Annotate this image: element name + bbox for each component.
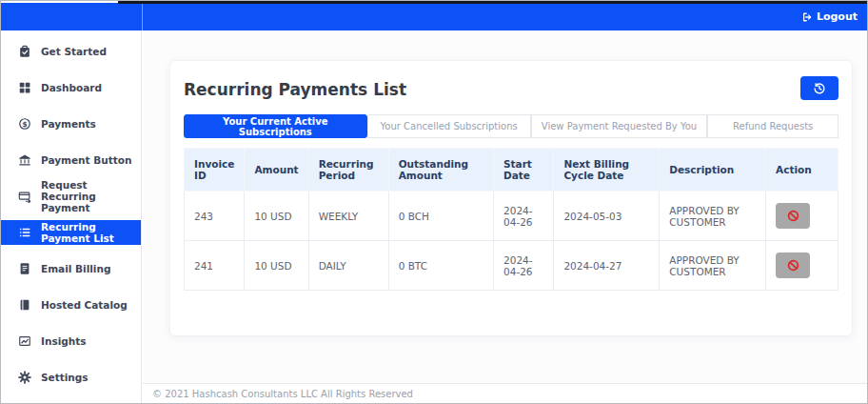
tab-payment-requested-by-you[interactable]: View Payment Requested By You [531,114,708,138]
document-icon [18,262,31,275]
sidebar-item-label: Payments [41,118,96,130]
cell-description: APPROVED BY CUSTOMER [660,192,766,241]
col-start-date: Start Date [494,149,554,192]
main-content: Recurring Payments List Your Current Act… [143,30,867,403]
topbar-divider [142,3,143,30]
tab-refund-requests[interactable]: Refund Requests [707,114,838,138]
topbar: Logout [1,3,867,30]
table-row: 241 10 USD DAILY 0 BTC 2024-04-26 2024-0… [185,241,838,291]
cell-next-billing-cycle-date: 2024-04-27 [554,241,660,291]
grid-icon [18,81,31,94]
cancel-subscription-button[interactable] [776,252,810,278]
sidebar-item-label: Email Billing [41,263,110,274]
sidebar-item-dashboard[interactable]: Dashboard [1,70,141,106]
col-description: Description [660,149,766,192]
col-action: Action [766,149,838,192]
logout-icon [801,11,813,23]
sidebar-item-get-started[interactable]: Get Started [1,33,141,70]
sidebar-item-recurring-payment-list[interactable]: Recurring Payment List [1,220,141,245]
col-outstanding-amount: Outstanding Amount [388,149,493,192]
sidebar-item-request-recurring-payment[interactable]: Request Recurring Payment [1,178,141,214]
dollar-circle-icon: $ [18,117,31,131]
subscription-tabs: Your Current Active Subscriptions Your C… [184,114,838,138]
cell-next-billing-cycle-date: 2024-05-03 [554,192,660,241]
book-icon [18,298,31,312]
sidebar-item-payment-button[interactable]: Payment Button [1,142,141,178]
card-arrow-icon [18,190,31,203]
sidebar: Get Started Dashboard $ Payments Payment… [1,30,142,403]
subscriptions-table: Invoice ID Amount Recurring Period Outst… [184,148,838,291]
cell-action [766,192,838,241]
logout-button[interactable]: Logout [801,10,858,23]
sidebar-item-label: Dashboard [41,82,102,93]
clipboard-check-icon [18,45,31,58]
block-icon [786,209,800,223]
cell-invoice-id: 241 [185,241,245,291]
col-invoice-id: Invoice ID [185,149,245,192]
sidebar-item-label: Payment Button [41,154,131,166]
cell-description: APPROVED BY CUSTOMER [660,241,766,291]
sidebar-item-label: Hosted Catalog [41,299,128,311]
sidebar-item-label: Get Started [41,46,107,57]
sidebar-item-hosted-catalog[interactable]: Hosted Catalog [1,287,141,323]
sidebar-item-insights[interactable]: Insights [1,323,141,359]
block-icon [786,258,800,273]
cell-action [766,241,838,291]
cell-start-date: 2024-04-26 [494,192,554,241]
logout-label: Logout [817,10,858,23]
col-amount: Amount [245,149,308,192]
cell-recurring-period: DAILY [308,241,388,291]
sidebar-item-label: Insights [41,335,87,347]
sidebar-item-payments[interactable]: $ Payments [1,106,141,142]
col-recurring-period: Recurring Period [308,149,388,192]
cell-outstanding-amount: 0 BCH [388,192,493,241]
cell-invoice-id: 243 [185,192,245,241]
table-row: 243 10 USD WEEKLY 0 BCH 2024-04-26 2024-… [185,192,838,241]
sidebar-item-label: Recurring Payment List [41,221,133,244]
chart-icon [18,334,31,348]
page-title: Recurring Payments List [184,76,406,99]
cell-amount: 10 USD [245,241,308,291]
cancel-subscription-button[interactable] [776,203,810,229]
tab-cancelled-subscriptions[interactable]: Your Cancelled Subscriptions [367,114,531,138]
app-window: Logout Get Started Dashboard $ Payments [0,0,868,404]
svg-text:$: $ [22,120,27,129]
gear-icon [18,371,31,384]
list-icon [18,226,31,239]
copyright-text: © 2021 Hashcash Consultants LLC All Righ… [152,389,413,399]
cell-outstanding-amount: 0 BTC [388,241,493,291]
cell-recurring-period: WEEKLY [308,192,388,241]
sidebar-item-label: Request Recurring Payment [41,179,133,213]
history-icon [813,82,826,95]
window-top-edge [118,1,867,4]
sidebar-item-email-billing[interactable]: Email Billing [1,251,141,287]
cell-amount: 10 USD [245,192,308,241]
history-button[interactable] [800,76,838,100]
footer: © 2021 Hashcash Consultants LLC All Righ… [143,383,867,403]
bank-icon [18,153,31,167]
table-header-row: Invoice ID Amount Recurring Period Outst… [185,149,838,192]
cell-start-date: 2024-04-26 [494,241,554,291]
sidebar-item-label: Settings [41,372,89,383]
recurring-payments-card: Recurring Payments List Your Current Act… [169,60,853,336]
sidebar-item-settings[interactable]: Settings [1,359,141,395]
tab-current-active-subscriptions[interactable]: Your Current Active Subscriptions [184,114,367,138]
col-next-billing-cycle-date: Next Billing Cycle Date [554,149,660,192]
